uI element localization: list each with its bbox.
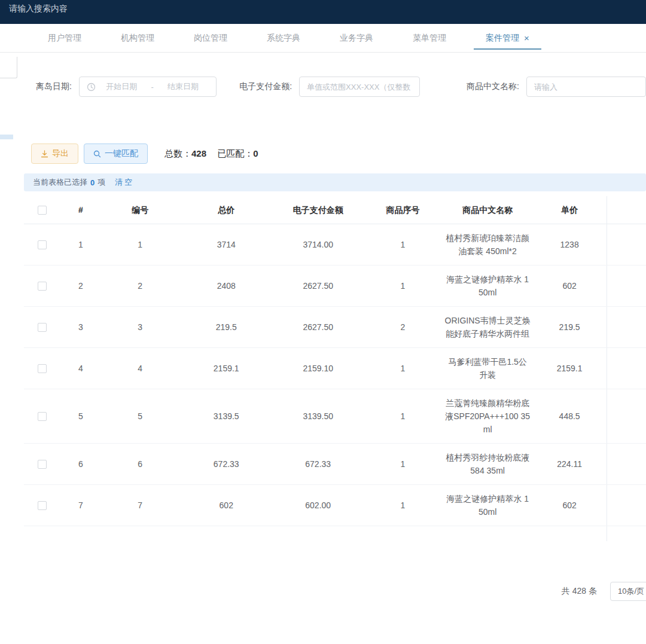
tab-岗位管理[interactable]: 岗位管理 <box>181 24 240 53</box>
row-checkbox[interactable] <box>38 501 47 510</box>
cell-seq: 1 <box>363 485 442 526</box>
cell-seq: 1 <box>363 444 442 484</box>
selection-count: 0 <box>87 178 97 187</box>
col-header-code[interactable]: 编号 <box>100 196 179 224</box>
cell-name: 植村秀新琥珀臻萃洁颜油套装 450ml*2 <box>443 224 533 265</box>
cropped-side-panel-edge <box>0 57 17 78</box>
cell-name: 海蓝之谜修护精萃水 150ml <box>443 265 533 306</box>
cell-code: 5 <box>100 389 179 443</box>
table-body: 1137143714.001植村秀新琥珀臻萃洁颜油套装 450ml*212382… <box>24 224 646 541</box>
row-checkbox[interactable] <box>38 364 47 373</box>
total-value: 428 <box>191 148 206 158</box>
tab-close-icon[interactable]: × <box>524 33 529 43</box>
data-table: # 编号 总价 电子支付金额 商品序号 商品中文名称 单价 1137143714… <box>24 196 646 541</box>
tab-label: 系统字典 <box>267 33 300 44</box>
cell-total: 2159.1 <box>179 348 273 389</box>
col-header-name[interactable]: 商品中文名称 <box>443 196 533 224</box>
start-date-input[interactable]: 开始日期 <box>96 81 148 92</box>
cell-index: 3 <box>61 307 100 347</box>
col-header-total[interactable]: 总价 <box>179 196 273 224</box>
pagination-bar: 共 428 条 10条/页 <box>0 582 646 601</box>
cell-name: 海蓝之谜修护精萃水 150ml <box>443 485 533 526</box>
cell-total: 219.5 <box>179 307 273 347</box>
cell-total: 1384.47 <box>179 526 273 541</box>
tab-案件管理[interactable]: 案件管理× <box>473 24 543 53</box>
cell-epay: 602.00 <box>273 485 363 526</box>
date-filter-label: 离岛日期: <box>36 81 72 92</box>
match-button-label: 一键匹配 <box>105 148 138 159</box>
tab-菜单管理[interactable]: 菜单管理 <box>400 24 459 53</box>
cell-epay: 3139.50 <box>273 389 363 443</box>
product-name-filter-label: 商品中文名称: <box>467 81 519 92</box>
col-header-unit[interactable]: 单价 <box>533 196 607 224</box>
row-checkbox[interactable] <box>38 460 47 469</box>
page-size-value: 10条/页 <box>618 586 644 597</box>
product-name-input[interactable] <box>526 77 646 97</box>
cell-code: 2 <box>100 265 179 306</box>
col-header-seq[interactable]: 商品序号 <box>363 196 442 224</box>
amount-filter-label: 电子支付金额: <box>239 81 292 92</box>
cell-unit: 602 <box>533 485 607 526</box>
cell-index: 1 <box>61 224 100 265</box>
clear-selection-link[interactable]: 清空 <box>115 177 134 188</box>
download-icon <box>41 150 48 158</box>
cell-index: 2 <box>61 265 100 306</box>
selection-prefix: 当前表格已选择 <box>33 177 87 188</box>
cell-unit: 1238 <box>533 224 607 265</box>
tab-机构管理[interactable]: 机构管理 <box>108 24 167 53</box>
tab-label: 岗位管理 <box>194 33 227 44</box>
row-checkbox[interactable] <box>38 282 47 291</box>
tab-label: 机构管理 <box>121 33 154 44</box>
row-checkbox[interactable] <box>38 240 47 249</box>
cell-name: 植村秀羽纱持妆粉底液 584 35ml <box>443 444 533 484</box>
cell-code: 1 <box>100 224 179 265</box>
ghost-cell <box>607 348 646 389</box>
date-range-picker[interactable]: 开始日期 - 结束日期 <box>79 77 217 97</box>
one-click-match-button[interactable]: 一键匹配 <box>84 144 148 164</box>
cell-code: 8 <box>100 526 179 541</box>
page-size-select[interactable]: 10条/页 <box>610 582 646 601</box>
table-row: 2224082627.501海蓝之谜修护精萃水 150ml602 <box>24 265 646 307</box>
cell-unit: 448.5 <box>533 389 607 443</box>
row-checkbox[interactable] <box>38 412 47 421</box>
cell-code: 3 <box>100 307 179 347</box>
col-header-epay[interactable]: 电子支付金额 <box>273 196 363 224</box>
export-button[interactable]: 导出 <box>31 144 78 164</box>
global-search-input[interactable]: 请输入搜索内容 <box>9 4 68 13</box>
col-header-index[interactable]: # <box>61 196 100 224</box>
cell-code: 7 <box>100 485 179 526</box>
table-header-row: # 编号 总价 电子支付金额 商品序号 商品中文名称 单价 <box>24 196 646 224</box>
total-label: 总数： <box>164 148 191 158</box>
select-all-checkbox[interactable] <box>38 206 47 215</box>
top-header-bar: 请输入搜索内容 <box>0 0 646 24</box>
cropped-left-element <box>0 135 13 139</box>
end-date-input[interactable]: 结束日期 <box>157 81 209 92</box>
cell-code: 4 <box>100 348 179 389</box>
cell-epay: 672.33 <box>273 444 363 484</box>
tab-系统字典[interactable]: 系统字典 <box>254 24 313 53</box>
amount-input[interactable] <box>299 77 420 97</box>
row-checkbox[interactable] <box>38 323 47 332</box>
cell-seq: 1 <box>363 389 442 443</box>
cell-total: 672.33 <box>179 444 273 484</box>
tab-用户管理[interactable]: 用户管理 <box>35 24 95 53</box>
clock-icon <box>87 83 96 91</box>
cell-code: 6 <box>100 444 179 484</box>
selection-suffix: 项 <box>97 177 105 188</box>
cell-seq: 1 <box>363 348 442 389</box>
cell-seq: 1 <box>363 265 442 306</box>
cell-total: 2408 <box>179 265 273 306</box>
cell-epay: 2627.50 <box>273 307 363 347</box>
pagination-total: 共 428 条 <box>562 586 597 597</box>
cell-unit: 219.5 <box>533 307 607 347</box>
cell-index: 7 <box>61 485 100 526</box>
cell-name: 马爹利蓝带干邑1.5公升装 <box>443 348 533 389</box>
matched-value: 0 <box>253 148 258 158</box>
matched-label: 已匹配： <box>217 148 253 158</box>
cell-unit: 602 <box>533 265 607 306</box>
cell-seq: 1 <box>363 224 442 265</box>
table-row: 33219.52627.502ORIGINS韦博士灵芝焕能好底子精华水两件组21… <box>24 307 646 348</box>
cell-total: 3714 <box>179 224 273 265</box>
tab-业务字典[interactable]: 业务字典 <box>327 24 386 53</box>
cell-unit: 153.83 <box>533 526 607 541</box>
